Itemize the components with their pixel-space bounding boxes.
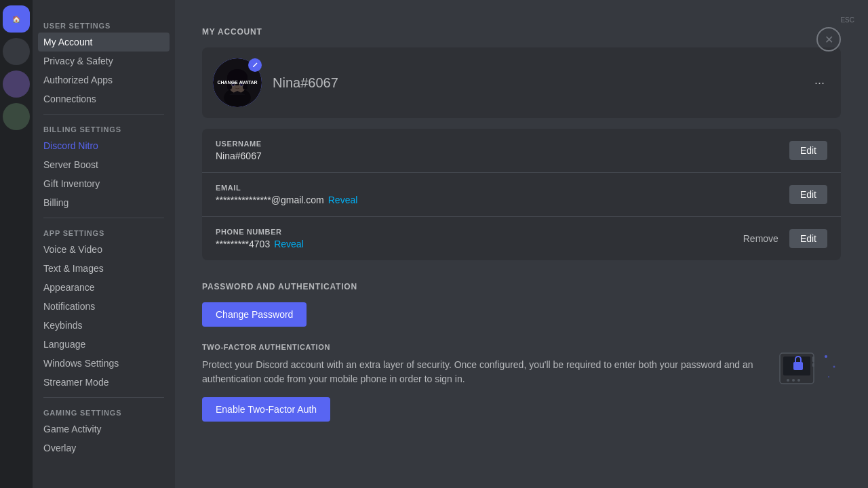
username-row: USERNAME Nina#6067 Edit [202, 129, 841, 173]
email-row: EMAIL ***************@gmail.comReveal Ed… [202, 173, 841, 217]
username-label: USERNAME [216, 140, 262, 148]
profile-username: Nina [273, 75, 300, 90]
profile-display-name: Nina#6067 [273, 75, 338, 91]
sidebar-item-language[interactable]: Language [38, 335, 170, 354]
profile-card: CHANGE AVATAR Nina#6067 ··· [202, 47, 841, 118]
svg-point-22 [825, 355, 827, 358]
sidebar-item-notifications[interactable]: Notifications [38, 297, 170, 316]
sidebar-item-appearance[interactable]: Appearance [38, 278, 170, 297]
divider-1 [43, 114, 164, 115]
more-options-button[interactable]: ··· [809, 73, 830, 93]
sidebar-item-server-boost[interactable]: Server Boost [38, 155, 170, 174]
email-reveal-link[interactable]: Reveal [328, 195, 358, 205]
email-value: ***************@gmail.comReveal [216, 195, 357, 205]
password-section-title: PASSWORD AND AUTHENTICATION [202, 282, 841, 291]
sidebar-item-billing[interactable]: Billing [38, 193, 170, 212]
phone-edit-button[interactable]: Edit [789, 229, 827, 248]
divider-2 [43, 218, 164, 218]
email-masked: ***************@gmail.com [216, 195, 324, 205]
phone-row: PHONE NUMBER *********4703Reveal Remove … [202, 217, 841, 260]
main-content: ✕ ESC MY ACCOUNT [175, 0, 868, 488]
svg-point-17 [787, 379, 789, 382]
server-icon-3[interactable] [3, 103, 30, 130]
server-icon-home[interactable]: 🏠 [3, 5, 30, 33]
tfa-left: TWO-FACTOR AUTHENTICATION Protect your D… [202, 343, 760, 438]
email-edit-button[interactable]: Edit [789, 185, 827, 204]
avatar-wrapper[interactable]: CHANGE AVATAR [213, 58, 262, 107]
profile-discriminator: #6067 [300, 75, 338, 90]
user-settings-label: User Settings [38, 16, 170, 33]
avatar-edit-icon [248, 58, 262, 72]
phone-masked: *********4703 [216, 239, 270, 249]
svg-point-24 [828, 376, 829, 378]
svg-rect-21 [812, 363, 814, 367]
phone-value: *********4703Reveal [216, 239, 304, 249]
sidebar-item-game-activity[interactable]: Game Activity [38, 420, 170, 439]
esc-label: ESC [840, 16, 854, 24]
tfa-illustration [773, 343, 841, 390]
tfa-section: TWO-FACTOR AUTHENTICATION Protect your D… [202, 343, 841, 438]
phone-field: PHONE NUMBER *********4703Reveal [216, 228, 304, 249]
server-strip: 🏠 [0, 0, 33, 488]
phone-actions: Remove Edit [738, 229, 827, 248]
email-field: EMAIL ***************@gmail.comReveal [216, 184, 357, 205]
close-button-wrapper: ✕ ESC [840, 14, 854, 24]
sidebar-item-overlay[interactable]: Overlay [38, 439, 170, 458]
server-icon-1[interactable] [3, 38, 30, 65]
sidebar-item-windows-settings[interactable]: Windows Settings [38, 354, 170, 373]
svg-point-23 [833, 366, 835, 368]
sidebar-item-privacy-safety[interactable]: Privacy & Safety [38, 52, 170, 70]
sidebar-item-discord-nitro[interactable]: Discord Nitro [38, 136, 170, 155]
sidebar-item-authorized-apps[interactable]: Authorized Apps [38, 70, 170, 89]
billing-settings-label: Billing Settings [38, 120, 170, 136]
tfa-label: TWO-FACTOR AUTHENTICATION [202, 343, 760, 351]
sidebar-item-voice-video[interactable]: Voice & Video [38, 240, 170, 259]
close-button[interactable]: ✕ [816, 27, 841, 52]
sidebar-item-streamer-mode[interactable]: Streamer Mode [38, 373, 170, 392]
password-section: PASSWORD AND AUTHENTICATION Change Passw… [202, 282, 841, 438]
svg-point-19 [797, 379, 800, 382]
username-value: Nina#6067 [216, 150, 262, 161]
sidebar-item-text-images[interactable]: Text & Images [38, 259, 170, 278]
enable-tfa-button[interactable]: Enable Two-Factor Auth [202, 397, 330, 422]
email-actions: Edit [789, 185, 827, 204]
phone-reveal-link[interactable]: Reveal [274, 239, 304, 249]
change-password-button[interactable]: Change Password [202, 302, 307, 327]
tfa-svg [773, 343, 841, 390]
username-edit-button[interactable]: Edit [789, 141, 827, 160]
svg-point-18 [792, 379, 795, 382]
sidebar-item-connections[interactable]: Connections [38, 89, 170, 108]
email-label: EMAIL [216, 184, 357, 192]
username-actions: Edit [789, 141, 827, 160]
svg-rect-16 [793, 362, 803, 370]
gaming-settings-label: Gaming Settings [38, 403, 170, 420]
phone-label: PHONE NUMBER [216, 228, 304, 236]
settings-sidebar: User Settings My Account Privacy & Safet… [33, 0, 175, 488]
server-icon-2[interactable] [3, 70, 30, 98]
svg-rect-20 [812, 357, 814, 362]
tfa-description: Protect your Discord account with an ext… [202, 358, 760, 386]
sidebar-item-keybinds[interactable]: Keybinds [38, 316, 170, 335]
page-title: MY ACCOUNT [202, 27, 841, 37]
app-settings-label: App Settings [38, 224, 170, 240]
sidebar-item-gift-inventory[interactable]: Gift Inventory [38, 174, 170, 193]
username-field: USERNAME Nina#6067 [216, 140, 262, 161]
divider-3 [43, 397, 164, 398]
sidebar-item-my-account[interactable]: My Account [38, 33, 170, 52]
phone-remove-button[interactable]: Remove [738, 229, 784, 248]
profile-left: CHANGE AVATAR Nina#6067 [213, 58, 338, 107]
info-card: USERNAME Nina#6067 Edit EMAIL **********… [202, 129, 841, 260]
